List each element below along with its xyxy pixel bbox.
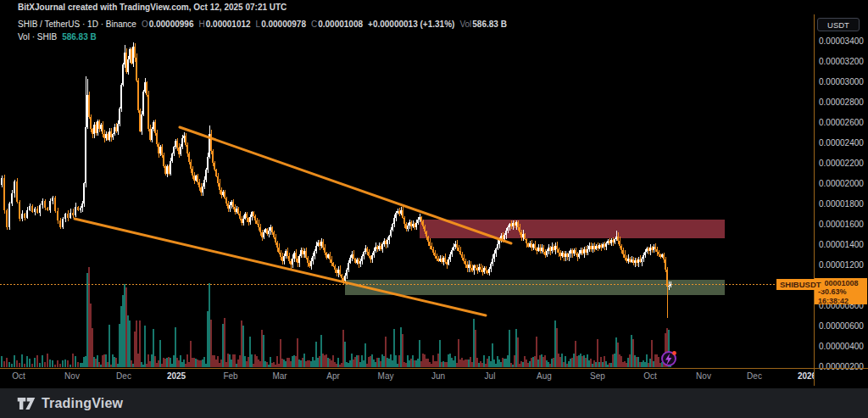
candle-body <box>473 265 475 270</box>
candle-body <box>497 244 498 248</box>
volume-bar <box>270 357 271 367</box>
candle-body <box>604 244 605 247</box>
volume-bar <box>215 359 217 367</box>
volume-bar <box>305 361 307 367</box>
volume-bar <box>287 358 288 367</box>
candle-body <box>471 268 473 270</box>
volume-bar <box>461 358 463 367</box>
candle-body <box>339 270 341 275</box>
volume-bar <box>139 320 141 367</box>
volume-bar <box>197 359 198 367</box>
candle-body <box>114 127 115 134</box>
volume-study-legend[interactable]: Vol · SHIB 586.83 B <box>18 32 97 42</box>
volume-bar <box>307 360 309 367</box>
candle-body <box>670 284 671 286</box>
volume-bar <box>595 362 597 367</box>
currency-toggle-button[interactable]: USDT <box>817 18 860 31</box>
candle-body <box>387 240 388 244</box>
volume-bar <box>432 355 434 367</box>
candle-body <box>159 147 161 153</box>
volume-bar <box>585 358 587 367</box>
volume-bar <box>52 360 53 367</box>
volume-bar <box>654 354 656 367</box>
volume-bar <box>392 360 393 367</box>
volume-bar <box>117 364 119 367</box>
candle-body <box>668 286 670 287</box>
price-tick: 0.00001200 <box>819 260 864 270</box>
volume-bar <box>93 357 95 367</box>
volume-bar <box>410 359 412 367</box>
candlestick-chart-pane[interactable] <box>0 0 814 386</box>
candle-body <box>42 201 43 205</box>
volume-bar <box>373 359 375 367</box>
volume-bar <box>478 363 480 367</box>
volume-bar <box>519 364 520 367</box>
candle-body <box>183 136 185 138</box>
candle-body <box>529 243 531 247</box>
candle-body <box>81 203 83 208</box>
candle-body <box>348 263 349 270</box>
time-axis[interactable]: OctNovDec2025FebMarAprMayJunJulAugSepOct… <box>0 370 868 383</box>
volume-bar <box>529 361 531 367</box>
volume-bar <box>26 356 28 367</box>
volume-bar <box>324 355 326 367</box>
candle-body <box>461 254 463 258</box>
candle-body <box>570 250 571 254</box>
candle-body <box>665 259 666 270</box>
volume-bar <box>178 360 180 367</box>
volume-bar <box>348 363 349 367</box>
volume-bar <box>531 358 532 367</box>
volume-bar <box>565 356 566 367</box>
footer-bar: TradingView <box>0 388 868 418</box>
volume-bar <box>500 362 502 367</box>
candle-body <box>29 206 31 210</box>
candle-body <box>559 253 561 256</box>
candle-body <box>393 218 395 224</box>
candle-body <box>409 222 410 226</box>
candle-body <box>454 244 456 247</box>
volume-key: Vol <box>459 20 471 29</box>
symbol-legend[interactable]: SHIB / TetherUS · 1D · Binance O0.000009… <box>18 20 507 29</box>
candle-body <box>72 213 74 215</box>
candle-body <box>334 266 336 270</box>
candle-body <box>115 127 117 131</box>
price-axis[interactable]: USDT 0.000034000.000032000.000030000.000… <box>815 14 868 386</box>
volume-bar <box>176 358 178 367</box>
supply-zone <box>420 220 725 238</box>
candle-body <box>222 192 224 195</box>
candle-body <box>271 227 273 232</box>
volume-bar <box>149 361 151 367</box>
candle-body <box>19 202 20 219</box>
candle-body <box>551 247 553 251</box>
tradingview-wordmark[interactable]: TradingView <box>42 396 123 411</box>
volume-bar <box>115 358 117 367</box>
candle-body <box>298 256 300 263</box>
candle-body <box>24 214 25 218</box>
volume-bar <box>278 364 280 367</box>
volume-bar <box>556 328 558 367</box>
candle-body <box>446 262 448 265</box>
candle-body <box>54 198 56 211</box>
volume-bar <box>171 364 173 367</box>
candle-body <box>261 232 263 237</box>
volume-bar <box>19 363 20 367</box>
candle-body <box>397 211 398 213</box>
candle-body <box>344 276 346 281</box>
tradingview-logo-icon[interactable] <box>17 397 36 410</box>
candle-body <box>649 248 651 251</box>
volume-bar <box>47 354 48 367</box>
volume-bar <box>558 354 559 367</box>
candle-body <box>232 202 234 207</box>
candle-body <box>403 218 405 224</box>
volume-bar <box>524 356 526 367</box>
volume-bar <box>375 362 376 367</box>
volume-bar <box>553 358 554 367</box>
volume-bar <box>248 357 249 367</box>
candle-body <box>197 176 198 182</box>
candle-body <box>417 220 419 223</box>
candle-body <box>488 269 490 273</box>
candle-body <box>312 256 314 261</box>
candle-wick <box>669 281 670 290</box>
candle-body <box>426 231 427 237</box>
volume-bar <box>132 364 134 367</box>
